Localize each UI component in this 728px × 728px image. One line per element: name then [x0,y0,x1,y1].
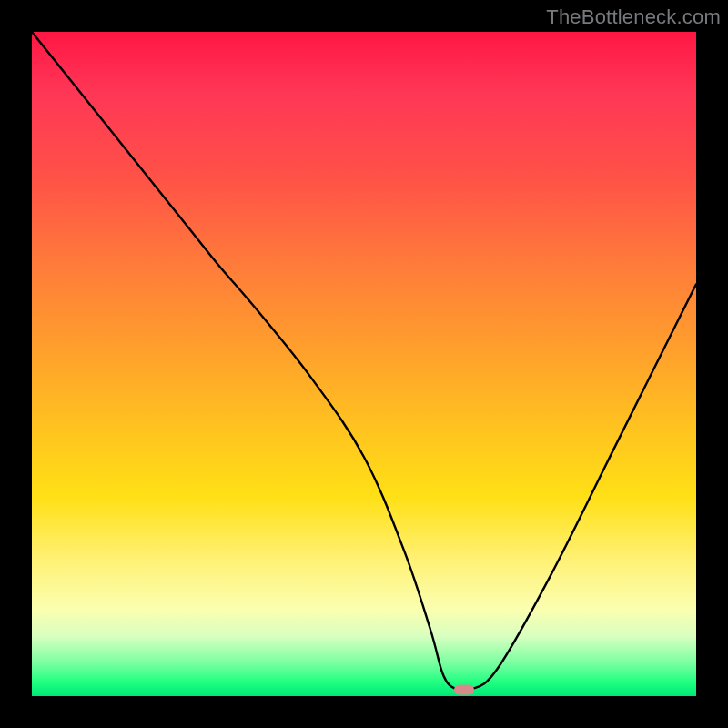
plot-area [32,32,696,696]
watermark-text: TheBottleneck.com [546,5,721,29]
optimal-point-marker [454,684,474,694]
chart-frame: TheBottleneck.com [0,0,728,728]
